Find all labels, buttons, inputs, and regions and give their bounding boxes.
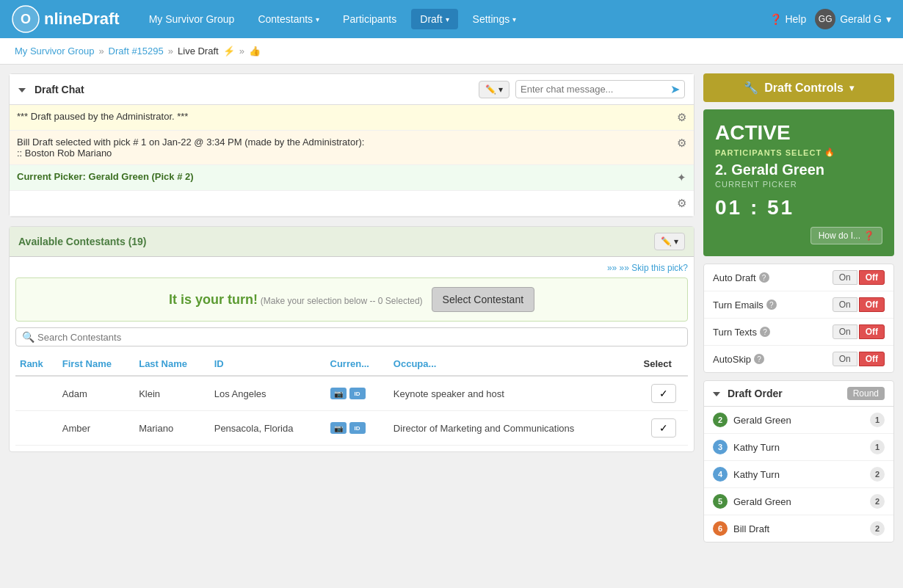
user-dropdown-icon: ▾ <box>886 13 891 25</box>
draft-dropdown-icon: ▾ <box>446 15 449 23</box>
pick-number-badge: 5 <box>713 494 728 509</box>
chat-edit-dropdown-icon: ▾ <box>498 84 503 95</box>
turn-emails-help[interactable]: ? <box>766 300 777 310</box>
draft-order-item: 6 Bill Draft 2 <box>704 515 893 542</box>
nav-settings[interactable]: Settings ▾ <box>464 9 526 29</box>
select-check-btn[interactable]: ✓ <box>651 384 676 403</box>
draft-chat-panel: Draft Chat ✏️ ▾ ➤ *** Draft paused by th… <box>9 73 695 217</box>
round-number-badge: 2 <box>870 494 885 509</box>
turn-texts-off-btn[interactable]: Off <box>859 324 885 339</box>
search-input[interactable] <box>37 332 681 343</box>
turn-texts-row: Turn Texts ? On Off <box>704 319 893 346</box>
nav-my-survivor-group[interactable]: My Survivor Group <box>140 9 244 29</box>
draft-order-item: 5 Gerald Green 2 <box>704 488 893 515</box>
settings-dropdown-icon: ▾ <box>512 15 516 23</box>
gear-icon-3[interactable]: ⚙ <box>677 197 686 210</box>
status-active-label: ACTIVE <box>715 121 882 145</box>
round-number-badge: 1 <box>870 413 885 427</box>
skip-pick-link[interactable]: »» »» Skip this pick? <box>15 263 688 273</box>
search-icon: 🔍 <box>22 331 35 343</box>
draft-order-panel: Draft Order Round 2 Gerald Green 1 3 Kat… <box>703 380 894 542</box>
brand-logo[interactable]: O nlineDraft <box>12 5 120 33</box>
breadcrumb-draft[interactable]: Draft #15295 <box>109 46 164 57</box>
how-do-button[interactable]: How do I... ❓ <box>810 227 882 244</box>
chat-title: Draft Chat <box>35 84 84 95</box>
nav-contestants[interactable]: Contestants ▾ <box>249 9 328 29</box>
col-rank[interactable]: Rank <box>15 352 58 376</box>
contestants-edit-btn[interactable]: ✏️ ▾ <box>654 233 685 250</box>
round-number-badge: 2 <box>870 521 885 536</box>
col-last-name[interactable]: Last Name <box>134 352 210 376</box>
turn-emails-off-btn[interactable]: Off <box>859 297 885 312</box>
skip-arrow-icon: »» <box>607 263 620 273</box>
gear-icon-1[interactable]: ⚙ <box>677 111 686 124</box>
chat-message: Current Picker: Gerald Green (Pick # 2) … <box>10 165 694 191</box>
fire-icon: 🔥 <box>824 148 835 157</box>
draft-controls-button[interactable]: 🔧 Draft Controls ▾ <box>703 73 894 102</box>
camera-icon[interactable]: 📷 <box>330 422 347 434</box>
draft-order-toggle-icon[interactable] <box>713 388 723 399</box>
autoskip-off-btn[interactable]: Off <box>859 352 885 366</box>
draft-order-title-text: Draft Order <box>728 388 783 399</box>
chat-msg-text-1: *** Draft paused by the Administrator. *… <box>17 111 671 122</box>
pick-number-badge: 2 <box>713 413 728 427</box>
id-card-icon[interactable]: ID <box>349 388 366 399</box>
draft-order-list: 2 Gerald Green 1 3 Kathy Turn 1 4 Kathy … <box>704 407 893 542</box>
col-current[interactable]: Curren... <box>326 352 389 376</box>
pick-number-badge: 6 <box>713 521 728 536</box>
turn-emails-row: Turn Emails ? On Off <box>704 291 893 319</box>
select-check-btn[interactable]: ✓ <box>651 418 676 438</box>
star-icon[interactable]: ✦ <box>677 171 686 184</box>
camera-icon[interactable]: 📷 <box>330 388 347 399</box>
turn-texts-on-btn[interactable]: On <box>833 324 857 339</box>
table-row: Adam Klein Los Angeles 📷 ID Keynote spe <box>15 376 688 411</box>
autoskip-row: AutoSkip ? On Off <box>704 346 893 372</box>
pick-number-badge: 3 <box>713 440 728 454</box>
cell-rank <box>15 411 58 446</box>
help-link[interactable]: ❓ Help <box>769 13 806 25</box>
col-id[interactable]: ID <box>210 352 326 376</box>
turn-emails-on-btn[interactable]: On <box>833 297 857 312</box>
col-occupation[interactable]: Occupa... <box>389 352 639 376</box>
chat-message: Bill Draft selected with pick # 1 on Jan… <box>10 131 694 165</box>
user-menu[interactable]: GG Gerald G ▾ <box>815 9 891 29</box>
breadcrumb-current: Live Draft <box>178 46 219 57</box>
chat-messages: *** Draft paused by the Administrator. *… <box>10 105 694 217</box>
select-contestant-button[interactable]: Select Contestant <box>432 287 535 312</box>
cell-current: 📷 ID <box>326 411 389 446</box>
chat-send-btn[interactable]: ➤ <box>670 82 680 96</box>
turn-texts-help[interactable]: ? <box>760 327 770 337</box>
cell-first: Amber <box>58 411 134 446</box>
question-circle-icon: ❓ <box>863 231 874 241</box>
id-card-icon[interactable]: ID <box>349 422 366 434</box>
pencil-icon: ✏️ <box>485 84 496 95</box>
pick-number-badge: 4 <box>713 467 728 482</box>
your-turn-box: It is your turn! (Make your selection be… <box>15 277 688 322</box>
breadcrumb-home[interactable]: My Survivor Group <box>15 46 94 57</box>
turn-emails-label: Turn Emails <box>713 300 764 311</box>
chat-message-extra: ⚙ <box>10 191 694 217</box>
draft-order-name: Kathy Turn <box>733 442 864 453</box>
draft-order-name: Bill Draft <box>733 523 864 534</box>
chat-edit-btn[interactable]: ✏️ ▾ <box>479 81 509 98</box>
auto-draft-on-btn[interactable]: On <box>833 270 857 285</box>
auto-draft-off-btn[interactable]: Off <box>859 270 885 285</box>
round-number-badge: 2 <box>870 467 885 482</box>
navbar: O nlineDraft My Survivor Group Contestan… <box>0 0 903 38</box>
nav-draft[interactable]: Draft ▾ <box>411 9 457 29</box>
draft-controls-caret-icon: ▾ <box>849 83 854 93</box>
cell-last: Mariano <box>134 411 210 446</box>
autoskip-on-btn[interactable]: On <box>833 352 857 366</box>
chat-toggle-icon[interactable] <box>18 84 29 95</box>
chat-input[interactable] <box>521 84 667 95</box>
draft-order-name: Gerald Green <box>733 496 864 507</box>
col-first-name[interactable]: First Name <box>58 352 134 376</box>
nav-participants[interactable]: Participants <box>334 9 405 29</box>
chat-msg-text-2: Bill Draft selected with pick # 1 on Jan… <box>17 137 671 159</box>
gear-icon-2[interactable]: ⚙ <box>677 137 686 150</box>
cell-first: Adam <box>58 376 134 411</box>
cell-current: 📷 ID <box>326 376 389 411</box>
auto-draft-help[interactable]: ? <box>759 272 769 283</box>
draft-order-item: 3 Kathy Turn 1 <box>704 434 893 461</box>
autoskip-help[interactable]: ? <box>754 354 764 364</box>
